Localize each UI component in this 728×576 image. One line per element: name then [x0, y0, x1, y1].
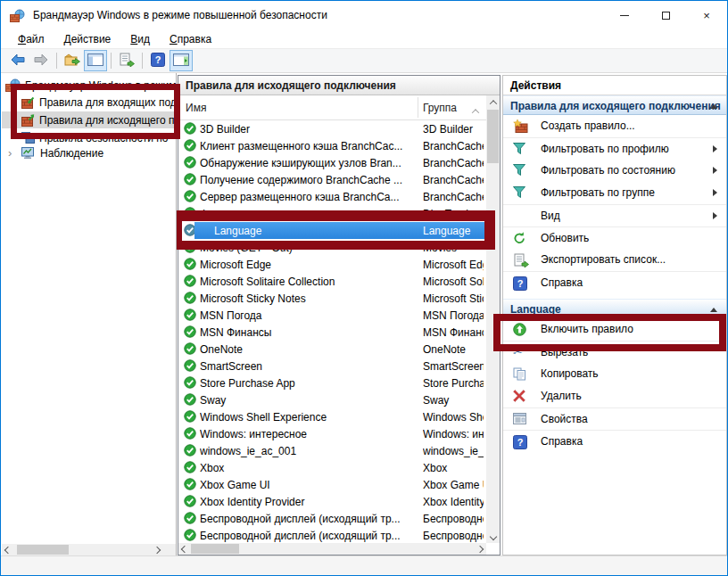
action-справка[interactable]: ?Справка: [503, 430, 726, 452]
action-item-label: Копировать: [541, 367, 599, 380]
rule-enabled-icon: [184, 359, 196, 374]
rule-row[interactable]: Клиент размещенного кэша BranchCac...Bra…: [178, 137, 487, 154]
forward-arrow-button[interactable]: [29, 50, 53, 71]
scroll-down-icon[interactable]: [486, 530, 500, 543]
action-pane-toggle-button[interactable]: [170, 50, 193, 71]
action-фильтровать-по-состоянию[interactable]: Фильтровать по состоянию: [503, 160, 726, 182]
rule-enabled-icon: [184, 292, 196, 307]
rule-row[interactable]: Беспроводной дисплей (исходящий тр...Бес…: [178, 527, 487, 544]
chevron-up-icon[interactable]: [710, 308, 717, 312]
action-экспортировать-список[interactable]: Экспортировать список...: [503, 249, 726, 271]
actions-section-header[interactable]: Правила для исходящего подключения: [503, 95, 726, 115]
rule-row[interactable]: Получение содержимого BranchCache ...Bra…: [178, 171, 487, 188]
rule-group: Xbox: [423, 462, 484, 474]
rule-row[interactable]: Movies (GET - Out)Movies: [178, 239, 487, 256]
rule-name: windows_ie_ac_001: [200, 445, 416, 457]
column-divider[interactable]: [418, 97, 418, 118]
rule-row[interactable]: Xbox Identity ProviderXbox Identity Pro: [178, 493, 487, 510]
rule-group: Microsoft Edge: [423, 259, 484, 271]
action-вырезать[interactable]: ✂Вырезать: [503, 341, 726, 363]
rule-row[interactable]: Windows Shell ExperienceWindows Shell E: [178, 408, 487, 425]
rule-enabled-icon: [184, 376, 196, 391]
export-list-icon: [119, 53, 135, 70]
rule-row[interactable]: Функциональные возможности для по...Diag…: [178, 205, 487, 222]
tree-horizontal-scrollbar[interactable]: [2, 544, 176, 555]
back-arrow-button[interactable]: [6, 50, 29, 71]
scrollbar-thumb[interactable]: [17, 545, 69, 555]
rule-name: Language: [214, 225, 430, 237]
action-вид[interactable]: Вид: [503, 204, 726, 226]
enable-rule-icon: [513, 323, 529, 336]
help-button[interactable]: ?: [146, 50, 170, 71]
expander-icon[interactable]: ›: [8, 147, 12, 159]
menu-item-view[interactable]: Вид: [122, 31, 158, 47]
export-folder-button[interactable]: [61, 50, 84, 71]
actions-section-header[interactable]: Language: [503, 299, 726, 318]
scrollbar-thumb[interactable]: [191, 544, 239, 554]
maximize-button[interactable]: [645, 1, 686, 29]
rule-row[interactable]: MSN ПогодаMSN Погода: [178, 307, 487, 324]
scroll-up-icon[interactable]: [486, 95, 500, 109]
menu-item-action[interactable]: Действие: [56, 31, 120, 47]
column-header-group[interactable]: Группа: [423, 102, 457, 114]
rule-row[interactable]: Сервер размещенного кэша BranchCa...Bran…: [178, 188, 487, 205]
rule-enabled-icon: [184, 393, 196, 408]
rule-row[interactable]: Microsoft Sticky NotesMicrosoft Sticky: [178, 290, 487, 307]
tree-item-outbound-rules[interactable]: Правила для исходящего п: [2, 111, 177, 128]
list-horizontal-scrollbar[interactable]: [178, 543, 486, 555]
toolbar-separator: [56, 53, 57, 69]
action-справка[interactable]: ?Справка: [503, 271, 726, 293]
column-header-row: Имя Группа: [178, 95, 486, 120]
scroll-right-icon[interactable]: [474, 543, 486, 555]
scroll-left-icon[interactable]: [178, 543, 191, 555]
action-копировать[interactable]: Копировать: [503, 363, 726, 385]
rules-list: 3D Builder3D BuilderКлиент размещенного …: [178, 120, 487, 544]
scroll-left-icon[interactable]: [2, 544, 14, 555]
rule-name: Windows: интересное: [200, 428, 416, 440]
action-обновить[interactable]: Обновить: [503, 226, 726, 249]
rule-row[interactable]: LanguageLanguage: [178, 222, 487, 239]
rule-row[interactable]: SwaySway: [178, 391, 487, 408]
rule-row[interactable]: windows_ie_ac_001windows_ie_ac_0: [178, 442, 487, 459]
rule-row[interactable]: OneNoteOneNote: [178, 341, 487, 358]
rule-enabled-icon: [184, 427, 196, 442]
action-item-label: Создать правило...: [541, 119, 635, 132]
rule-group: BranchCache - с: [423, 191, 484, 203]
action-фильтровать-по-профилю[interactable]: Фильтровать по профилю: [503, 137, 726, 160]
action-создать-правило[interactable]: Создать правило...: [503, 115, 726, 137]
menu-item-help[interactable]: Справка: [161, 31, 219, 47]
action-удалить[interactable]: Удалить: [503, 385, 726, 407]
list-vertical-scrollbar[interactable]: [486, 95, 500, 543]
rule-group: Беспроводной д: [423, 530, 484, 542]
rule-row[interactable]: MSN ФинансыMSN Финансы: [178, 324, 487, 341]
console-tree-toggle-button[interactable]: [84, 50, 107, 71]
rule-name: Store Purchase App: [200, 377, 416, 390]
rule-row[interactable]: Windows: интересноеWindows: интер: [178, 425, 487, 442]
rule-enabled-icon: [184, 139, 196, 154]
action-включить-правило[interactable]: Включить правило: [503, 318, 726, 341]
rule-row[interactable]: Обнаружение кэширующих узлов Bran...Bran…: [178, 154, 487, 171]
rule-row[interactable]: SmartScreenSmartScreen: [178, 358, 487, 374]
menu-item-file[interactable]: Файл: [10, 31, 53, 47]
rule-row[interactable]: Беспроводной дисплей (исходящий тр...Бес…: [178, 510, 487, 527]
minimize-button[interactable]: [604, 1, 645, 29]
column-header-name[interactable]: Имя: [186, 102, 206, 114]
rule-row[interactable]: Store Purchase AppStore Purchase A: [178, 374, 487, 391]
tree-item-monitoring[interactable]: ›Наблюдение: [2, 144, 177, 161]
rule-row[interactable]: Microsoft Solitaire CollectionMicrosoft …: [178, 273, 487, 290]
action-свойства[interactable]: Свойства: [503, 407, 726, 430]
action-фильтровать-по-группе[interactable]: Фильтровать по группе: [503, 182, 726, 204]
rule-row[interactable]: Xbox Game UIXbox Game UI: [178, 476, 487, 493]
rule-name: Windows Shell Experience: [200, 411, 416, 424]
close-button[interactable]: ×: [686, 1, 727, 29]
tree-item-inbound-rules[interactable]: Правила для входящих под: [2, 94, 177, 111]
rule-row[interactable]: Microsoft EdgeMicrosoft Edge: [178, 256, 487, 273]
scrollbar-thumb[interactable]: [487, 110, 499, 163]
rule-row[interactable]: XboxXbox: [178, 459, 487, 476]
rule-enabled-icon: [184, 258, 196, 273]
rule-row[interactable]: 3D Builder3D Builder: [178, 120, 487, 137]
export-list-button[interactable]: [115, 50, 138, 71]
chevron-up-icon[interactable]: [710, 104, 717, 109]
tree-root-firewall[interactable]: Брандмауэр Windows в режим: [2, 77, 177, 94]
scroll-right-icon[interactable]: [151, 544, 163, 555]
